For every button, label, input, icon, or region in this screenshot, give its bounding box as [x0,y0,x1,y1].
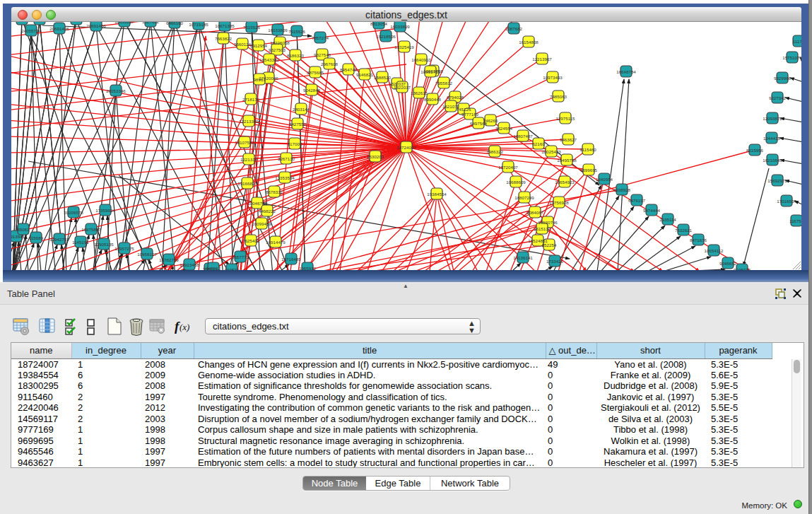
svg-text:10671385: 10671385 [215,23,235,28]
svg-text:17016504: 17016504 [777,199,796,204]
svg-text:15692971: 15692971 [767,178,787,183]
svg-text:1244415: 1244415 [763,136,781,141]
svg-text:13353594: 13353594 [275,175,295,180]
svg-text:16033809: 16033809 [390,24,410,29]
svg-text:3875685: 3875685 [307,70,324,75]
svg-text:16543382: 16543382 [259,57,279,62]
svg-text:7632621: 7632621 [675,228,693,233]
svg-text:16782759: 16782759 [159,257,179,262]
svg-text:10719185: 10719185 [189,22,208,27]
svg-text:12213967: 12213967 [532,57,552,62]
svg-text:9699695: 9699695 [580,168,598,173]
svg-text:9245652: 9245652 [719,261,737,266]
svg-text:7515526: 7515526 [288,29,306,34]
svg-text:2935114: 2935114 [659,217,676,222]
svg-text:16210643: 16210643 [763,158,782,163]
svg-text:945012: 945012 [206,266,221,270]
svg-text:3624554: 3624554 [495,126,513,131]
svg-text:16640910: 16640910 [411,57,431,62]
svg-text:2718170: 2718170 [242,97,260,102]
svg-text:1322037: 1322037 [394,85,411,90]
svg-text:9329966: 9329966 [774,76,792,81]
svg-text:9115460: 9115460 [579,147,596,152]
svg-text:11173: 11173 [793,39,801,44]
svg-text:16154808: 16154808 [519,40,539,45]
svg-text:62160: 62160 [532,141,545,146]
svg-text:2967608: 2967608 [321,62,339,66]
svg-text:3267130: 3267130 [278,156,295,161]
svg-text:9146821: 9146821 [356,72,374,77]
svg-text:12942757: 12942757 [49,237,69,242]
svg-text:8938928: 8938928 [613,187,631,192]
svg-text:19218506: 19218506 [376,34,396,39]
svg-text:1588520: 1588520 [374,75,392,80]
svg-text:20691406: 20691406 [49,26,69,31]
svg-text:817006: 817006 [288,141,302,146]
svg-text:2803144: 2803144 [293,107,310,112]
svg-text:8471676: 8471676 [690,238,707,243]
svg-text:12975115: 12975115 [555,116,575,121]
svg-text:9660124: 9660124 [234,42,252,47]
svg-text:10653267: 10653267 [114,22,134,24]
svg-text:116753: 116753 [789,218,801,223]
svg-text:16099459: 16099459 [252,221,271,226]
svg-text:2530203: 2530203 [367,154,384,159]
svg-text:12093872: 12093872 [763,116,782,121]
svg-text:12213369: 12213369 [239,119,259,124]
svg-text:1221337: 1221337 [240,157,258,162]
svg-text:98961: 98961 [253,77,266,82]
svg-text:1145191: 1145191 [72,240,89,245]
svg-text:2087682: 2087682 [505,26,523,31]
svg-text:9474444: 9474444 [643,208,661,213]
svg-text:65061: 65061 [17,227,30,232]
svg-text:7663822: 7663822 [215,36,233,41]
svg-text:9327503: 9327503 [269,47,286,52]
svg-text:9327546: 9327546 [314,52,331,57]
svg-text:18495758: 18495758 [557,158,577,163]
svg-text:16914479: 16914479 [266,240,286,245]
svg-text:19654923: 19654923 [555,180,575,185]
svg-text:7625402: 7625402 [242,238,260,243]
svg-text:20691406: 20691406 [86,23,106,28]
svg-text:9227342: 9227342 [769,95,787,100]
svg-text:17359924: 17359924 [95,208,115,213]
svg-text:20206578: 20206578 [64,210,83,215]
svg-text:9084067: 9084067 [526,210,544,215]
svg-text:6794028: 6794028 [447,95,464,100]
svg-text:1733426: 1733426 [546,259,564,264]
svg-text:12905135: 12905135 [94,242,114,247]
svg-text:9777169: 9777169 [461,112,479,117]
svg-text:10046765: 10046765 [247,201,267,206]
svg-text:1640954: 1640954 [596,177,613,182]
svg-text:3913941: 3913941 [11,234,25,239]
svg-text:(x): (x) [180,322,189,332]
svg-text:904522: 904522 [225,267,240,270]
svg-text:6466160: 6466160 [166,22,184,25]
svg-text:8990448: 8990448 [424,97,442,102]
svg-text:19384554: 19384554 [427,192,447,197]
svg-text:745126: 745126 [457,107,471,112]
svg-text:10688609: 10688609 [506,180,526,185]
svg-text:1362615: 1362615 [411,90,428,95]
svg-text:8813054: 8813054 [370,22,388,26]
svg-text:10958107: 10958107 [137,252,157,257]
svg-text:7857274: 7857274 [312,35,329,40]
svg-text:17957275: 17957275 [114,246,134,251]
svg-text:13325419: 13325419 [394,45,414,49]
svg-text:20053346: 20053346 [106,88,126,93]
svg-text:7515526: 7515526 [243,25,261,30]
svg-text:6497568: 6497568 [470,121,488,126]
svg-text:9245012: 9245012 [734,267,751,270]
svg-text:1615132: 1615132 [534,226,551,231]
svg-text:15751074: 15751074 [782,55,801,60]
svg-text:19756928: 19756928 [549,200,569,205]
svg-text:7955812: 7955812 [435,81,453,86]
svg-text:10654112: 10654112 [704,248,724,253]
svg-text:10973493: 10973493 [543,75,563,80]
svg-text:7986322: 7986322 [486,149,504,154]
svg-text:8186323: 8186323 [287,53,305,58]
svg-text:1527602: 1527602 [142,22,160,24]
svg-text:9463627: 9463627 [560,137,577,142]
svg-text:24055724: 24055724 [21,28,41,33]
svg-text:8678332: 8678332 [266,189,283,194]
